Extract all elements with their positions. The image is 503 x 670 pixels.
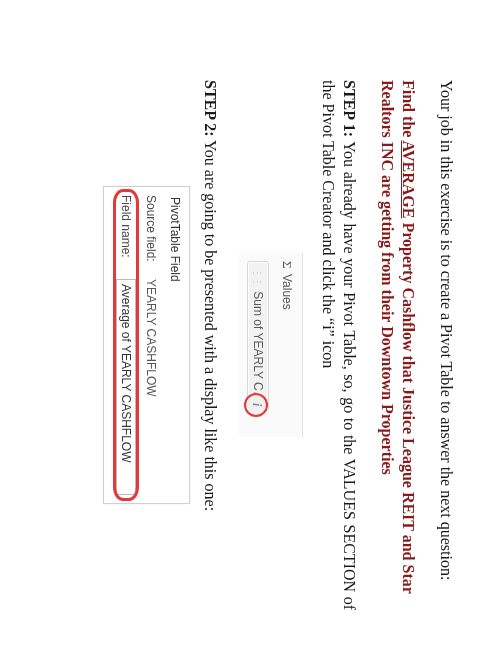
value-field-pill[interactable]: ⋮⋮ Sum of YEARLY C… i [247,261,269,412]
source-field-label: Source field: [142,195,158,273]
values-header-text: Values [280,274,294,310]
step-1-text: You already have your Pivot Table, so, g… [320,80,359,610]
step-2-paragraph: STEP 2: You are going to be presented wi… [200,80,222,610]
field-name-input[interactable] [116,279,136,495]
question-prefix: Find the [400,80,417,140]
drag-handle-icon: ⋮⋮ [251,268,265,286]
field-name-row: Field name: [116,195,136,495]
values-header: Σ Values [278,261,296,431]
info-icon[interactable]: i [244,393,268,417]
pivottable-field-dialog: PivotTable Field Source field: YEARLY CA… [103,186,189,504]
source-field-value: YEARLY CASHFLOW [142,279,158,397]
step-2-label: STEP 2: [202,80,219,136]
figure-1-container: Σ Values ⋮⋮ Sum of YEARLY C… i [239,80,303,610]
dialog-title: PivotTable Field [167,195,183,495]
value-field-pill-label: Sum of YEARLY C… [251,291,265,402]
field-name-label: Field name: [118,195,134,273]
values-section-screenshot: Σ Values ⋮⋮ Sum of YEARLY C… i [239,253,303,437]
source-field-row: Source field: YEARLY CASHFLOW [142,195,158,495]
dialog-cutoff [104,195,110,495]
step-1-paragraph: STEP 1: You already have your Pivot Tabl… [317,80,360,610]
sigma-icon: Σ [280,261,295,269]
exercise-question: Find the AVERAGE Property Cashflow that … [376,80,419,610]
step-2-text: You are going to be presented with a dis… [202,136,219,511]
question-average-word: AVERAGE [400,140,417,218]
figure-2-container: PivotTable Field Source field: YEARLY CA… [99,80,190,610]
step-1-label: STEP 1: [341,80,358,137]
intro-paragraph: Your job in this exercise is to create a… [435,80,457,610]
document-page: Your job in this exercise is to create a… [0,0,503,670]
